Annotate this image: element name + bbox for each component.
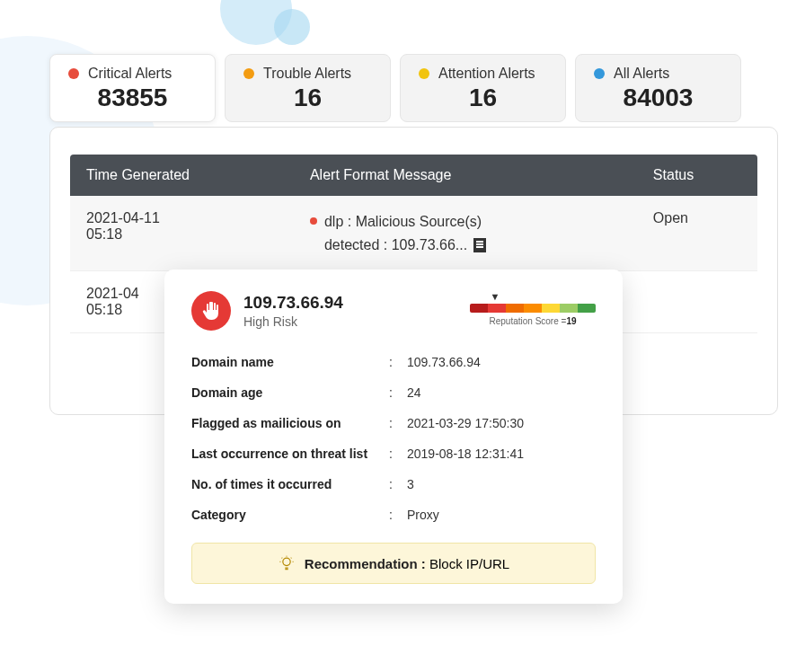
tab-attention[interactable]: Attention Alerts 16 bbox=[400, 54, 566, 122]
lightbulb-icon bbox=[278, 554, 296, 572]
cell-time: 2021-04-11 05:18 bbox=[70, 196, 294, 271]
triangle-down-icon: ▼ bbox=[432, 291, 558, 302]
detail-row: Domain age:24 bbox=[191, 377, 596, 408]
col-time: Time Generated bbox=[70, 155, 294, 196]
col-msg: Alert Format Message bbox=[294, 155, 637, 196]
reputation-bar bbox=[470, 304, 596, 313]
tab-label: Critical Alerts bbox=[88, 66, 172, 82]
tab-count: 84003 bbox=[594, 84, 722, 112]
col-status: Status bbox=[637, 155, 757, 196]
reputation-gauge: ▼ Reputation Score =19 bbox=[470, 291, 596, 326]
detail-row: Category:Proxy bbox=[191, 500, 596, 530]
ip-title: 109.73.66.94 bbox=[243, 293, 343, 313]
svg-point-0 bbox=[283, 558, 290, 565]
table-row[interactable]: 2021-04-11 05:18 dlp : Malicious Source(… bbox=[70, 196, 757, 271]
severity-dot-icon bbox=[310, 217, 317, 225]
risk-label: High Risk bbox=[243, 314, 343, 329]
tab-label: All Alerts bbox=[614, 66, 669, 82]
recommendation-banner: Recommendation : Block IP/URL bbox=[191, 543, 596, 584]
stop-hand-icon bbox=[191, 291, 231, 331]
dot-trouble-icon bbox=[243, 68, 254, 79]
reputation-score-label: Reputation Score =19 bbox=[470, 316, 596, 326]
tab-count: 83855 bbox=[68, 84, 197, 112]
tab-label: Attention Alerts bbox=[438, 66, 535, 82]
cell-status: Open bbox=[637, 196, 757, 271]
tab-label: Trouble Alerts bbox=[263, 66, 351, 82]
tab-all[interactable]: All Alerts 84003 bbox=[575, 54, 741, 122]
tab-trouble[interactable]: Trouble Alerts 16 bbox=[225, 54, 391, 122]
detail-row: No. of times it occurred:3 bbox=[191, 469, 596, 500]
detail-row: Last occurrence on threat list:2019-08-1… bbox=[191, 438, 596, 469]
ip-detail-popover: 109.73.66.94 High Risk ▼ Reputation Scor… bbox=[164, 270, 623, 604]
dot-critical-icon bbox=[68, 68, 79, 79]
dot-attention-icon bbox=[419, 68, 429, 79]
tabs: Critical Alerts 83855 Trouble Alerts 16 … bbox=[49, 54, 778, 122]
cell-msg: dlp : Malicious Source(s) detected : 109… bbox=[294, 196, 637, 271]
tab-critical[interactable]: Critical Alerts 83855 bbox=[49, 54, 216, 122]
detail-row: Flagged as mailicious on:2021-03-29 17:5… bbox=[191, 408, 596, 438]
tab-count: 16 bbox=[243, 84, 372, 112]
tab-count: 16 bbox=[419, 84, 547, 112]
detail-list: Domain name:109.73.66.94 Domain age:24 F… bbox=[191, 347, 596, 530]
detail-row: Domain name:109.73.66.94 bbox=[191, 347, 596, 377]
document-icon[interactable] bbox=[473, 238, 486, 252]
dot-all-icon bbox=[594, 68, 605, 79]
